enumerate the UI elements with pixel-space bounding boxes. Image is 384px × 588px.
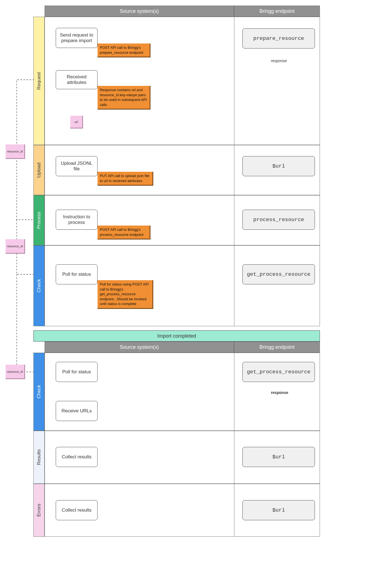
endpoint-url-1: $url: [242, 156, 315, 176]
lane-check-label-top: Check: [33, 245, 45, 326]
box-collect-results-2: Collect results: [56, 500, 98, 520]
note-upload-call: PUT API call to upload json file to url …: [98, 172, 153, 186]
lane-process-label: Process: [33, 195, 45, 245]
header-source-bottom: Source system(s): [45, 342, 234, 353]
box-received-attributes: Received attributes: [56, 70, 98, 89]
box-send-request: Send request to prepare import: [56, 28, 98, 48]
lane-check-label-bottom: Check: [33, 353, 45, 431]
sticky-resource-id-1: resource_id: [6, 144, 25, 159]
endpoint-process-resource: process_resource: [242, 210, 315, 230]
header-source-top: Source system(s): [45, 6, 234, 17]
endpoint-get-process-resource-2: get_process_resource: [242, 362, 315, 382]
sticky-resource-id-2: resource_id: [6, 239, 25, 254]
lane-request-label: Request: [33, 17, 45, 145]
note-poll-call: Poll for status using POST API call to B…: [98, 280, 153, 309]
column-divider-bottom: [234, 353, 234, 537]
endpoint-get-process-resource-1: get_process_resource: [242, 264, 315, 284]
box-instruction-process: Instruction to process: [56, 210, 98, 230]
edge-label-response-2: response: [270, 390, 289, 395]
endpoint-url-3: $url: [242, 500, 315, 520]
note-prepare-call: POST API call to Bringg's prepare_resour…: [98, 43, 150, 57]
lane-errors-label: Errors: [33, 484, 45, 537]
box-poll-status-2: Poll for status: [56, 362, 98, 382]
endpoint-url-2: $url: [242, 447, 315, 467]
endpoint-prepare-resource: prepare_resource: [242, 28, 315, 49]
box-collect-results-1: Collect results: [56, 447, 98, 467]
sticky-url: url: [70, 116, 83, 129]
lane-results-label: Results: [33, 431, 45, 484]
box-upload-jsonl: Upload JSONL file: [56, 156, 98, 176]
sticky-resource-id-3: resource_id: [6, 365, 25, 379]
box-poll-status-1: Poll for status: [56, 264, 98, 284]
diagram-canvas: Source system(s) Bringg endpoint Request…: [6, 6, 378, 582]
lane-upload-label: Upload: [33, 145, 45, 195]
lane-check-body-top: [45, 245, 320, 326]
separator-import-completed: Import completed: [33, 330, 320, 342]
edge-label-response-1: response: [270, 59, 288, 63]
box-receive-urls: Receive URLs: [56, 401, 98, 421]
header-endpoint-top: Bringg endpoint: [234, 6, 320, 17]
header-endpoint-bottom: Bringg endpoint: [234, 342, 320, 353]
note-process-call: POST API call to Bringg's prcoess_resour…: [98, 226, 150, 239]
column-divider-top: [234, 17, 234, 326]
note-response-content: Response contains url and resource_id ke…: [98, 86, 150, 110]
